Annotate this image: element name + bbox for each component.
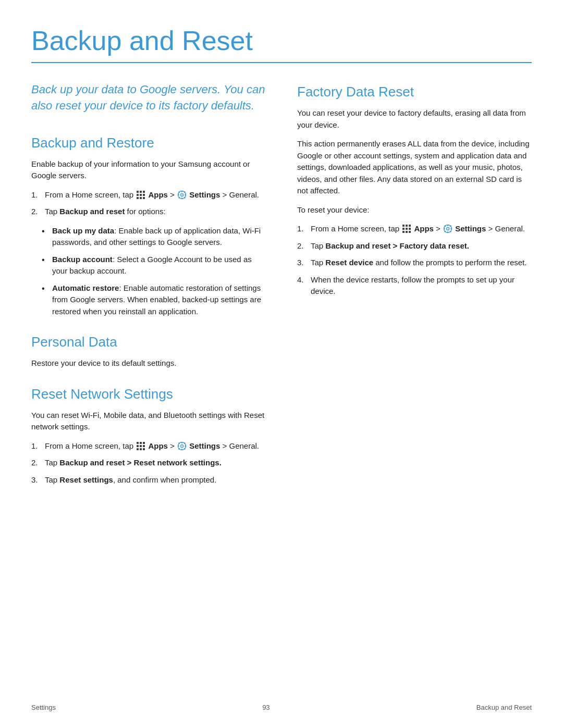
factory-reset-heading: Factory Data Reset — [297, 82, 532, 102]
backup-restore-steps: 1. From a Home screen, tap — [31, 189, 266, 218]
reset-network-steps: 1. From a Home screen, tap — [31, 440, 266, 486]
factory-reset-para3: To reset your device: — [297, 204, 532, 216]
network-step-3-num: 3. — [31, 474, 42, 486]
reset-network-intro: You can reset Wi-Fi, Mobile data, and Bl… — [31, 410, 266, 433]
factory-step-3: 3. Tap Reset device and follow the promp… — [297, 257, 532, 269]
svg-rect-8 — [143, 197, 145, 199]
settings-icon-3 — [443, 224, 452, 233]
factory-reset-bold: Backup and reset > Factory data reset. — [325, 241, 469, 250]
left-column: Back up your data to Google servers. You… — [31, 82, 266, 496]
general-label-2: General. — [229, 441, 259, 450]
backup-step-1: 1. From a Home screen, tap — [31, 189, 266, 201]
svg-rect-42 — [406, 228, 408, 230]
svg-point-10 — [181, 193, 183, 196]
general-label-3: General. — [495, 224, 525, 233]
factory-step-3-num: 3. — [297, 257, 308, 269]
svg-rect-22 — [137, 445, 139, 447]
title-divider — [31, 62, 532, 63]
factory-reset-section: Factory Data Reset You can reset your de… — [297, 82, 532, 298]
svg-rect-3 — [137, 194, 139, 196]
factory-reset-para1: You can reset your device to factory def… — [297, 107, 532, 131]
backup-restore-intro: Enable backup of your information to you… — [31, 158, 266, 182]
factory-reset-steps: 1. From a Home screen, tap — [297, 223, 532, 298]
apps-icon — [136, 190, 145, 200]
settings-icon — [177, 190, 187, 200]
factory-step-1-text: From a Home screen, tap — [311, 223, 525, 235]
settings-label-2: Settings — [189, 441, 220, 450]
settings-label: Settings — [189, 190, 220, 199]
factory-step-3-text: Tap Reset device and follow the prompts … — [311, 257, 527, 269]
svg-rect-45 — [406, 231, 408, 233]
network-step-2: 2. Tap Backup and reset > Reset network … — [31, 457, 266, 469]
svg-rect-46 — [409, 231, 411, 233]
bullet-backup-account: Backup account: Select a Google Account … — [42, 254, 266, 277]
svg-rect-7 — [140, 197, 142, 199]
reset-device-bold: Reset device — [325, 258, 373, 267]
network-step-2-num: 2. — [31, 457, 42, 469]
svg-rect-5 — [143, 194, 145, 196]
factory-step-2-num: 2. — [297, 240, 308, 252]
apps-label: Apps — [148, 190, 168, 199]
svg-rect-4 — [140, 194, 142, 196]
factory-step-1: 1. From a Home screen, tap — [297, 223, 532, 235]
svg-rect-6 — [137, 197, 139, 199]
step-1-num: 1. — [31, 189, 42, 201]
svg-rect-40 — [409, 225, 411, 227]
apps-label-3: Apps — [414, 224, 434, 233]
backup-restore-section: Backup and Restore Enable backup of your… — [31, 133, 266, 318]
step-2-num: 2. — [31, 206, 42, 218]
svg-rect-24 — [143, 445, 145, 447]
svg-point-48 — [447, 228, 449, 230]
bullet-back-up-my-data: Back up my data: Enable back up of appli… — [42, 225, 266, 249]
factory-step-2: 2. Tap Backup and reset > Factory data r… — [297, 240, 532, 252]
network-step-1-text: From a Home screen, tap — [45, 440, 259, 452]
svg-rect-21 — [143, 442, 145, 444]
svg-rect-25 — [137, 448, 139, 450]
page-title: Backup and Reset — [31, 26, 532, 56]
backup-reset-bold: Backup and reset — [59, 207, 125, 216]
footer-left: Settings — [31, 702, 56, 713]
svg-rect-19 — [137, 442, 139, 444]
step-1-text: From a Home screen, tap — [45, 189, 259, 201]
svg-rect-23 — [140, 445, 142, 447]
right-column: Factory Data Reset You can reset your de… — [297, 82, 532, 496]
svg-rect-26 — [140, 448, 142, 450]
svg-rect-2 — [143, 191, 145, 193]
svg-rect-27 — [143, 448, 145, 450]
backup-step-2: 2. Tap Backup and reset for options: — [31, 206, 266, 218]
personal-data-intro: Restore your device to its default setti… — [31, 357, 266, 369]
factory-reset-para2: This action permanently erases ALL data … — [297, 138, 532, 197]
bullet-automatic-restore: Automatic restore: Enable automatic rest… — [42, 282, 266, 318]
svg-rect-43 — [409, 228, 411, 230]
bullet-text-2: Backup account: Select a Google Account … — [52, 254, 266, 277]
factory-step-4-num: 4. — [297, 274, 308, 298]
backup-restore-heading: Backup and Restore — [31, 133, 266, 153]
factory-step-4: 4. When the device restarts, follow the … — [297, 274, 532, 298]
apps-icon-3 — [402, 224, 411, 233]
factory-step-1-num: 1. — [297, 223, 308, 235]
svg-rect-20 — [140, 442, 142, 444]
reset-settings-bold: Reset settings — [59, 475, 113, 484]
network-step-3: 3. Tap Reset settings, and confirm when … — [31, 474, 266, 486]
factory-step-4-text: When the device restarts, follow the pro… — [311, 274, 532, 298]
network-reset-bold: Backup and reset > Reset network setting… — [59, 458, 222, 467]
reset-network-heading: Reset Network Settings — [31, 384, 266, 404]
svg-rect-44 — [402, 231, 405, 233]
svg-rect-0 — [137, 191, 139, 193]
apps-label-2: Apps — [148, 441, 168, 450]
factory-step-2-text: Tap Backup and reset > Factory data rese… — [311, 240, 469, 252]
personal-data-section: Personal Data Restore your device to its… — [31, 332, 266, 369]
page-content: Backup and Reset Back up your data to Go… — [0, 0, 563, 538]
general-label: General. — [229, 190, 259, 199]
two-column-layout: Back up your data to Google servers. You… — [31, 82, 532, 496]
network-step-1: 1. From a Home screen, tap — [31, 440, 266, 452]
svg-point-29 — [181, 445, 183, 447]
network-step-1-num: 1. — [31, 440, 42, 452]
footer-right: Backup and Reset — [476, 702, 532, 713]
svg-rect-41 — [402, 228, 405, 230]
bullet-text-3: Automatic restore: Enable automatic rest… — [52, 282, 266, 318]
svg-rect-38 — [402, 225, 405, 227]
svg-rect-1 — [140, 191, 142, 193]
network-step-2-text: Tap Backup and reset > Reset network set… — [45, 457, 222, 469]
personal-data-heading: Personal Data — [31, 332, 266, 352]
